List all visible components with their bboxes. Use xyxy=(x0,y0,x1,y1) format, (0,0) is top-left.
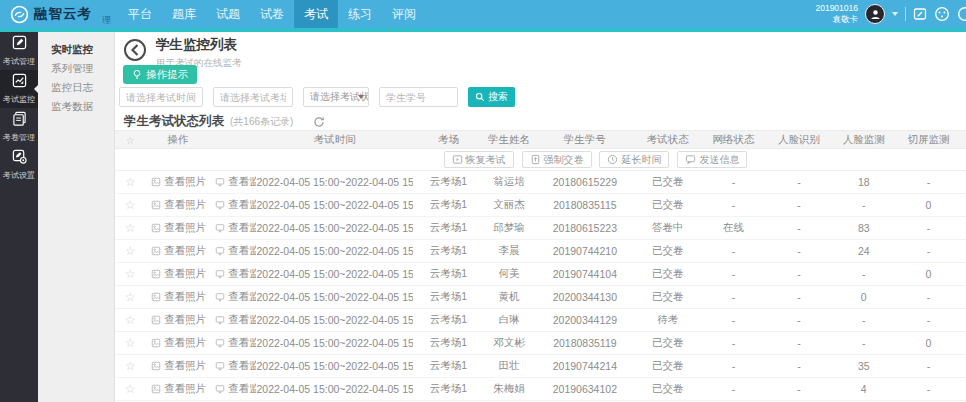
sidebar-item-exam-settings[interactable]: 考试设置 xyxy=(0,146,38,184)
cell-exam-time: 2022-04-05 15:00~2022-04-05 15:30 xyxy=(256,263,413,286)
cell-screen-switch: - xyxy=(896,240,961,263)
cell-exam-status: 已交卷 xyxy=(635,263,700,286)
nav-questions[interactable]: 试题 xyxy=(206,0,250,28)
send-message-button[interactable]: 发送信息 xyxy=(677,151,747,168)
favorite-star-icon[interactable]: ☆ xyxy=(125,313,136,327)
cell-exam-room: 云考场1 xyxy=(413,263,484,286)
exam-status-filter-select[interactable]: 请选择考试状态 xyxy=(303,87,369,107)
cell-exam-status: 已交卷 xyxy=(635,171,700,194)
view-monitor-link[interactable]: 查看监控 xyxy=(215,382,256,396)
favorite-star-icon[interactable]: ☆ xyxy=(125,336,136,350)
view-monitor-link[interactable]: 查看监控 xyxy=(215,359,256,373)
header-star: ☆ xyxy=(115,131,145,149)
view-monitor-link[interactable]: 查看监控 xyxy=(215,267,256,281)
favorite-star-icon[interactable]: ☆ xyxy=(125,175,136,189)
search-button[interactable]: 搜索 xyxy=(468,87,515,107)
force-submit-button[interactable]: 强制交卷 xyxy=(522,151,592,168)
monitor-icon xyxy=(215,269,225,279)
photo-icon xyxy=(151,246,161,256)
exam-room-filter-input[interactable] xyxy=(213,87,293,107)
note-icon[interactable] xyxy=(913,7,927,21)
cell-screen-switch: 0 xyxy=(896,332,961,355)
view-monitor-link[interactable]: 查看监控 xyxy=(215,244,256,258)
cell-network-status: - xyxy=(700,171,767,194)
view-monitor-link[interactable]: 查看监控 xyxy=(215,221,256,235)
cell-student-id: 20190634102 xyxy=(534,378,635,401)
view-monitor-link[interactable]: 查看监控 xyxy=(215,336,256,350)
cell-client: 手机端 xyxy=(961,332,966,355)
app-title: 融智云考 xyxy=(34,5,92,23)
submenu-item-proctor-data[interactable]: 监考数据 xyxy=(38,97,114,116)
view-photos-link[interactable]: 查看照片 xyxy=(151,198,206,212)
monitor-icon xyxy=(215,384,225,394)
avatar[interactable] xyxy=(865,4,885,24)
photo-icon xyxy=(151,338,161,348)
cell-student-name: 邓文彬 xyxy=(484,332,535,355)
view-photos-link[interactable]: 查看照片 xyxy=(151,313,206,327)
nav-review[interactable]: 评阅 xyxy=(382,0,426,28)
favorite-star-icon[interactable]: ☆ xyxy=(125,290,136,304)
submenu-item-monitor-log[interactable]: 监控日志 xyxy=(38,78,114,97)
view-monitor-link[interactable]: 查看监控 xyxy=(215,198,256,212)
cell-exam-status: 已交卷 xyxy=(635,240,700,263)
cell-exam-room: 云考场1 xyxy=(413,355,484,378)
nav-papers[interactable]: 试卷 xyxy=(250,0,294,28)
view-photos-link[interactable]: 查看照片 xyxy=(151,359,206,373)
top-navigation-bar: 融智云考 理 平台 题库 试题 试卷 考试 练习 评阅 201901016 袁敬… xyxy=(0,0,966,28)
header-exam-time: 考试时间 xyxy=(256,131,413,149)
nav-platform[interactable]: 平台 xyxy=(118,0,162,28)
view-photos-link[interactable]: 查看照片 xyxy=(151,290,206,304)
favorite-star-icon[interactable]: ☆ xyxy=(125,359,136,373)
nav-question-bank[interactable]: 题库 xyxy=(162,0,206,28)
cell-network-status: - xyxy=(700,263,767,286)
favorite-star-icon[interactable]: ☆ xyxy=(125,382,136,396)
view-monitor-link[interactable]: 查看监控 xyxy=(215,290,256,304)
refresh-icon[interactable] xyxy=(313,116,325,128)
operation-tips-button[interactable]: 操作提示 xyxy=(123,65,197,84)
cell-face-recognition: - xyxy=(767,240,832,263)
view-monitor-link[interactable]: 查看监控 xyxy=(215,175,256,189)
theme-palette-icon[interactable] xyxy=(934,6,950,22)
cell-client: 客户端 xyxy=(961,355,966,378)
favorite-star-icon[interactable]: ☆ xyxy=(125,267,136,281)
cell-exam-time: 2022-04-05 15:00~2022-04-05 15:30 xyxy=(256,378,413,401)
cell-client: 客户端 xyxy=(961,171,966,194)
photo-icon xyxy=(151,177,161,187)
sidebar-item-exam-monitor[interactable]: 考试监控 xyxy=(0,70,38,108)
photo-icon xyxy=(151,292,161,302)
exam-manage-icon xyxy=(12,35,27,54)
submenu-item-series-manage[interactable]: 系列管理 xyxy=(38,59,114,78)
sidebar-item-paper-manage[interactable]: 考卷管理 xyxy=(0,108,38,146)
header-face-monitor: 人脸监测 xyxy=(831,131,896,149)
header-face-recognition: 人脸识别 xyxy=(767,131,832,149)
favorite-star-icon[interactable]: ☆ xyxy=(125,221,136,235)
help-icon[interactable] xyxy=(957,6,966,22)
view-photos-link[interactable]: 查看照片 xyxy=(151,244,206,258)
resume-exam-button[interactable]: 恢复考试 xyxy=(444,151,514,168)
view-photos-link[interactable]: 查看照片 xyxy=(151,336,206,350)
exam-time-filter-input[interactable] xyxy=(119,87,203,107)
extend-time-button[interactable]: 延长时间 xyxy=(599,151,669,168)
cell-exam-status: 已交卷 xyxy=(635,286,700,309)
sidebar-item-exam-manage[interactable]: 考试管理 xyxy=(0,32,38,70)
cell-exam-time: 2022-04-05 15:00~2022-04-05 15:30 xyxy=(256,171,413,194)
nav-practice[interactable]: 练习 xyxy=(338,0,382,28)
cell-network-status: 在线 xyxy=(700,217,767,240)
view-monitor-link[interactable]: 查看监控 xyxy=(215,313,256,327)
cell-student-name: 田壮 xyxy=(484,355,535,378)
chevron-down-icon xyxy=(358,95,364,99)
student-id-filter-input[interactable] xyxy=(379,87,458,107)
back-button[interactable] xyxy=(123,38,147,66)
view-photos-link[interactable]: 查看照片 xyxy=(151,382,206,396)
view-photos-link[interactable]: 查看照片 xyxy=(151,175,206,189)
favorite-star-icon[interactable]: ☆ xyxy=(125,244,136,258)
view-photos-link[interactable]: 查看照片 xyxy=(151,267,206,281)
view-photos-link[interactable]: 查看照片 xyxy=(151,221,206,235)
favorite-star-icon[interactable]: ☆ xyxy=(125,198,136,212)
cell-client: 客户端 xyxy=(961,240,966,263)
cell-screen-switch: - xyxy=(896,217,961,240)
table-row: ☆查看照片查看监控2022-04-05 15:00~2022-04-05 15:… xyxy=(115,355,966,378)
submenu-item-realtime-monitor[interactable]: 实时监控 xyxy=(38,40,114,59)
chevron-down-icon[interactable] xyxy=(892,12,898,16)
nav-exams[interactable]: 考试 xyxy=(294,0,338,28)
